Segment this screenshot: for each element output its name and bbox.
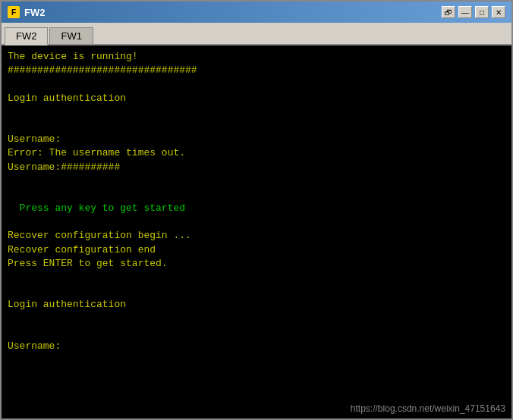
terminal-line: Login authentication [8, 298, 505, 312]
terminal-line [8, 174, 505, 188]
terminal-line: Username: [8, 133, 505, 146]
terminal-line: Press ENTER to get started. [8, 257, 505, 271]
minimize-button[interactable]: — [458, 6, 472, 18]
title-controls: 🗗 — □ ✕ [442, 6, 505, 18]
watermark-text: https://blog.csdn.net/weixin_47151643 [351, 403, 505, 414]
title-bar: F FW2 🗗 — □ ✕ [2, 2, 511, 23]
maximize-button[interactable]: □ [475, 6, 489, 18]
terminal-line: Recover configuration begin ... [8, 229, 505, 243]
window-icon: F [8, 6, 20, 18]
terminal-line: Login authentication [8, 92, 505, 105]
terminal-line [8, 312, 505, 326]
terminal-line [8, 381, 505, 395]
terminal-line: Recover configuration end [8, 243, 505, 257]
title-bar-left: F FW2 [8, 6, 45, 18]
tab-fw2[interactable]: FW2 [5, 27, 48, 45]
terminal-line [8, 353, 505, 367]
terminal-line [8, 119, 505, 133]
close-button[interactable]: ✕ [492, 6, 505, 18]
terminal-line: The device is running! [8, 50, 505, 64]
terminal-line [8, 77, 505, 91]
tab-bar: FW2 FW1 [2, 23, 511, 45]
restore-button[interactable]: 🗗 [442, 6, 455, 18]
main-window: F FW2 🗗 — □ ✕ FW2 FW1 The device is runn… [0, 0, 513, 420]
terminal-area[interactable]: The device is running!##################… [2, 45, 511, 418]
terminal-line: Username: [8, 340, 505, 353]
terminal-line [8, 215, 505, 229]
window-title: FW2 [24, 7, 45, 18]
tab-fw1[interactable]: FW1 [49, 27, 93, 44]
terminal-line [8, 271, 505, 284]
terminal-line: ################################ [8, 64, 505, 77]
terminal-line: Press any key to get started [8, 202, 505, 215]
terminal-line [8, 105, 505, 119]
terminal-line: Username:########## [8, 161, 505, 174]
terminal-line [8, 367, 505, 381]
terminal-line [8, 284, 505, 298]
terminal-line: Error: The username times out. [8, 146, 505, 160]
terminal-line [8, 188, 505, 202]
terminal-line [8, 326, 505, 340]
